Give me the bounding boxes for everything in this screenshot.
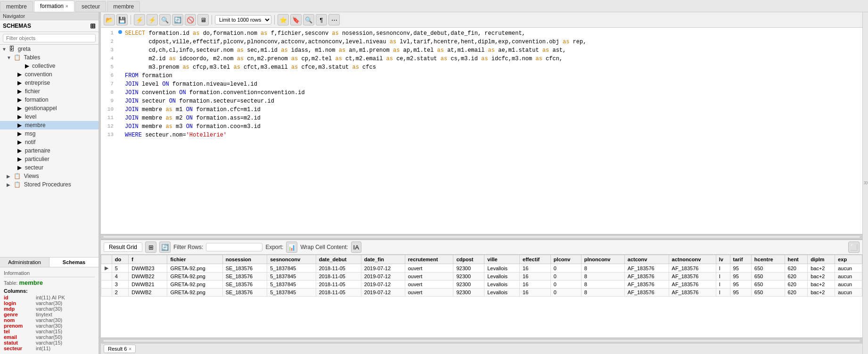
result-tab[interactable]: Result 6 × [104,345,136,353]
sidebar-tab-administration[interactable]: Administration [0,257,49,267]
tree-table-level[interactable]: ▶ level [0,113,98,121]
col-header-plconv[interactable]: plconv [550,255,581,264]
col-header-date_fin[interactable]: date_fin [361,255,405,264]
tree-table-formation[interactable]: ▶ formation [0,96,98,104]
cell-effectif: 16 [520,289,551,297]
table-row[interactable]: 2DWWB2GRETA-92.pngSE_1835765_18378452018… [101,289,862,297]
explain-button[interactable]: 🔍 [159,14,171,25]
open-file-button[interactable]: 📂 [104,14,115,25]
col-header-plnonconv[interactable]: plnonconv [581,255,624,264]
col-header-recrutement[interactable]: recrutement [405,255,453,264]
tab-formation[interactable]: formation × [34,0,74,12]
result-expand-button[interactable]: ⬜ [848,241,860,253]
execute-current-button[interactable]: ⚡ [147,14,158,25]
tree-table-membre[interactable]: ▶ membre [0,121,98,129]
star-button[interactable]: ⭐ [278,14,289,25]
result-refresh-button[interactable]: 🔄 [159,241,171,253]
col-header-hent[interactable]: hent [785,255,808,264]
tree-views[interactable]: ▶ 📋 Views [0,172,98,180]
tree-table-convention[interactable]: ▶ convention [0,70,98,79]
format-button[interactable]: ¶ [316,14,327,25]
cancel-button[interactable]: 🚫 [185,14,196,25]
filter-rows-input[interactable] [206,243,262,251]
filter-objects-input[interactable] [3,34,96,42]
col-header-ville[interactable]: ville [484,255,520,264]
col-header-hcentre[interactable]: hcentre [751,255,785,264]
filter-label: Filter Rows: [173,244,203,250]
col-header-lv[interactable]: lv [716,255,730,264]
tab-membre-1[interactable]: membre [0,1,33,12]
sidebar: Navigator SCHEMAS ⊞ ▼ 🗄 greta ▼ 📋 Tables [0,12,99,354]
tree-tables-group[interactable]: ▼ 📋 Tables [0,53,98,62]
save-button[interactable]: 💾 [116,14,128,25]
col-header-actconv[interactable]: actconv [624,255,669,264]
cell-lv: I [716,289,730,297]
result-grid-tab[interactable]: Result Grid [104,242,142,252]
tab-membre-2[interactable]: membre [107,1,140,12]
sql-line-7: 7 JOIN level ON formation.niveau=level.i… [101,80,862,89]
tree-schema-greta[interactable]: ▼ 🗄 greta [0,45,98,53]
right-resize-handle[interactable]: R [862,12,868,354]
tab-close-icon[interactable]: × [66,4,68,9]
result-table-wrap[interactable]: do f fichier nosession sesnonconv date_d… [101,255,862,338]
col-header-f[interactable]: f [129,255,167,264]
toolbar-separator-2 [212,15,212,24]
tree-table-notif[interactable]: ▶ notif [0,138,98,146]
col-header-do[interactable]: do [112,255,128,264]
col-header-sesnonconv[interactable]: sesnonconv [267,255,316,264]
table-header-row: do f fichier nosession sesnonconv date_d… [101,255,862,264]
tree-stored-procedures[interactable]: ▶ 📋 Stored Procedures [0,180,98,189]
sidebar-tree: ▼ 🗄 greta ▼ 📋 Tables ▶ collective ▶ conv… [0,45,98,257]
table-row[interactable]: 4DWWB22GRETA-92.pngSE_1835765_1837845201… [101,273,862,281]
cell-nosession: SE_183576 [222,289,267,297]
table-icon: ▶ [17,97,22,103]
bookmark-button[interactable]: 🔖 [290,14,302,25]
tree-table-particulier[interactable]: ▶ particulier [0,155,98,163]
result-grid-icon-button[interactable]: ⊞ [145,241,156,253]
tree-table-gestionappel[interactable]: ▶ gestionappel [0,104,98,113]
tree-table-partenaire[interactable]: ▶ partenaire [0,146,98,155]
horizontal-scrollbar[interactable] [103,235,860,238]
horizontal-scroll-area[interactable] [101,234,862,240]
toggle-button[interactable]: 🖥 [197,14,209,25]
cell-actnonconv: AF_183576 [669,289,716,297]
col-header-tarif[interactable]: tarif [730,255,751,264]
result-scroll-area[interactable] [101,338,862,343]
tree-table-entreprise[interactable]: ▶ entreprise [0,79,98,87]
execute-button[interactable]: ⚡ [134,14,145,25]
tree-table-collective[interactable]: ▶ collective [0,62,98,70]
cell-arrow [101,273,112,281]
table-row[interactable]: 3DWWB21GRETA-92.pngSE_1835765_1837845201… [101,281,862,289]
export-button[interactable]: 📊 [286,241,297,253]
tab-secteur[interactable]: secteur [75,1,106,12]
sql-editor[interactable]: 1 SELECT formation.id as do,formation.no… [101,28,862,234]
result-scrollbar[interactable] [103,339,860,342]
cell-do: 5 [112,264,128,273]
more-button[interactable]: ⋯ [328,14,340,25]
col-header-fichier[interactable]: fichier [167,255,222,264]
search-button[interactable]: 🔍 [303,14,314,25]
info-col-tel: tel varchar(15) [4,329,95,334]
result-tab-close-icon[interactable]: × [129,346,131,352]
col-header-actnonconv[interactable]: actnonconv [669,255,716,264]
sidebar-tab-schemas[interactable]: Schemas [49,257,98,267]
schemas-icon[interactable]: ⊞ [90,22,96,30]
col-header-cdpost[interactable]: cdpost [453,255,484,264]
col-header-effectif[interactable]: effectif [520,255,551,264]
tree-table-msg[interactable]: ▶ msg [0,129,98,138]
tree-table-fichier[interactable]: ▶ fichier [0,87,98,96]
wrap-button[interactable]: IA [351,241,361,253]
col-header-diplm[interactable]: diplm [808,255,835,264]
navigator-label: Navigator [3,13,25,19]
tree-table-secteur[interactable]: ▶ secteur [0,163,98,172]
cell-effectif: 16 [520,273,551,281]
stop-button[interactable]: 🔄 [172,14,183,25]
cell-diplm: bac+2 [808,264,835,273]
col-header-date_debut[interactable]: date_debut [316,255,361,264]
cell-tarif: 95 [730,281,751,289]
col-header-exp[interactable]: exp [835,255,862,264]
col-header-nosession[interactable]: nosession [222,255,267,264]
table-row[interactable]: ▶5DWWB23GRETA-92.pngSE_1835765_183784520… [101,264,862,273]
content-area: 📂 💾 ⚡ ⚡ 🔍 🔄 🚫 🖥 Limit to 1000 rows Limit… [101,12,862,354]
limit-rows-select[interactable]: Limit to 1000 rows Limit to 200 rows Don… [215,15,271,24]
